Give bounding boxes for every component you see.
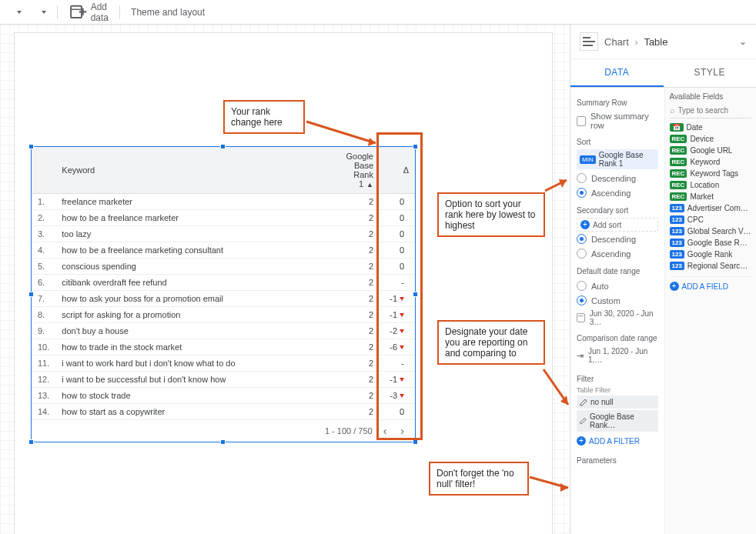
config-column: Summary Row Show summary row Sort MIN Go…: [570, 88, 664, 534]
cell-rank: 2: [332, 242, 380, 259]
field-label: Google Rank: [687, 250, 751, 259]
field-type-badge: 📅: [670, 123, 684, 132]
next-page-button[interactable]: ›: [397, 425, 407, 437]
row-index: 10.: [32, 339, 55, 355]
resize-handle[interactable]: [220, 144, 226, 149]
shape-tool-button[interactable]: [31, 8, 52, 17]
field-label: Location: [690, 181, 751, 189]
filter-no-null[interactable]: no null: [577, 395, 658, 409]
available-field-item[interactable]: 123Google Base Rank 1: [670, 237, 752, 249]
annotation-sort-option: Option to sort your rank here by lowest …: [437, 192, 545, 237]
compare-date-picker[interactable]: ⇥Jun 1, 2020 - Jun 1,…: [577, 345, 658, 365]
available-field-item[interactable]: RECLocation: [670, 179, 752, 191]
available-field-item[interactable]: RECGoogle URL: [670, 145, 752, 156]
table-row[interactable]: 9. don't buy a house 2 -2: [32, 323, 415, 339]
resize-handle[interactable]: [220, 439, 226, 445]
cell-rank: 2: [332, 194, 380, 210]
date-auto-radio[interactable]: Auto: [577, 279, 658, 293]
add-sort-button[interactable]: +Add sort: [577, 218, 658, 232]
available-field-item[interactable]: RECKeyword Tags: [670, 168, 752, 179]
search-icon: ⌕: [670, 105, 675, 115]
cell-keyword: how to stock trade: [55, 388, 332, 404]
field-search-input[interactable]: [678, 106, 752, 115]
sort-descending-radio[interactable]: Descending: [577, 171, 658, 185]
field-label: Market: [690, 192, 751, 201]
available-field-item[interactable]: 123Regional Search Volu…: [670, 260, 752, 272]
checkbox-icon: [577, 116, 586, 126]
table-row[interactable]: 4. how to be a freelance marketing consu…: [32, 242, 415, 259]
section-sort: Sort: [577, 138, 658, 146]
add-data-button[interactable]: Add data: [62, 0, 115, 26]
tab-style[interactable]: STYLE: [664, 59, 757, 87]
toolbar-separator: [57, 5, 58, 19]
resize-handle[interactable]: [28, 439, 34, 445]
table-row[interactable]: 1. freelance marketer 2 0: [32, 194, 415, 210]
available-field-item[interactable]: 123Google Rank: [670, 249, 752, 260]
chart-type-icon[interactable]: [580, 32, 598, 51]
data-table: Keyword Google Base Rank 1▲ Δ 1. freelan…: [32, 147, 415, 420]
chevron-down-icon[interactable]: ⌄: [739, 36, 747, 47]
col-index-header[interactable]: [32, 147, 55, 194]
available-fields-title: Available Fields: [670, 92, 752, 101]
canvas-area[interactable]: Keyword Google Base Rank 1▲ Δ 1. freelan…: [0, 25, 570, 534]
row-index: 4.: [32, 242, 55, 259]
calendar-icon: [577, 313, 585, 322]
table-row[interactable]: 13. how to stock trade 2 -3: [32, 388, 415, 404]
col-keyword-header[interactable]: Keyword: [55, 147, 332, 194]
cell-delta: -2: [380, 323, 415, 339]
table-row[interactable]: 11. i want to work hard but i don't know…: [32, 355, 415, 372]
available-field-item[interactable]: 123Global Search Volume: [670, 225, 752, 237]
breadcrumb-chart[interactable]: Chart: [604, 36, 629, 48]
resize-handle[interactable]: [28, 144, 34, 149]
tab-data[interactable]: DATA: [570, 59, 664, 87]
row-index: 5.: [32, 259, 55, 275]
date-range-picker[interactable]: Jun 30, 2020 - Jun 3…: [577, 308, 658, 328]
table-row[interactable]: 7. how to ask your boss for a promotion …: [32, 291, 415, 307]
table-row[interactable]: 3. too lazy 2 0: [32, 226, 415, 242]
field-type-badge: 123: [670, 250, 684, 259]
add-field-button[interactable]: +ADD A FIELD: [670, 276, 752, 291]
available-field-item[interactable]: 📅Date: [670, 122, 752, 133]
available-field-item[interactable]: 123CPC: [670, 214, 752, 225]
table-row[interactable]: 5. conscious spending 2 0: [32, 259, 415, 275]
cell-keyword: i want to work hard but i don't know wha…: [55, 355, 332, 372]
table-row[interactable]: 8. script for asking for a promotion 2 -…: [32, 307, 415, 323]
sort-metric-chip[interactable]: MIN Google Base Rank 1: [577, 149, 658, 169]
line-tool-button[interactable]: [6, 8, 28, 17]
table-row[interactable]: 2. how to be a freelance marketer 2 0: [32, 210, 415, 226]
table-chart[interactable]: Keyword Google Base Rank 1▲ Δ 1. freelan…: [31, 146, 416, 442]
add-filter-button[interactable]: +ADD A FILTER: [577, 433, 658, 449]
resize-handle[interactable]: [28, 292, 34, 297]
field-label: Keyword Tags: [690, 169, 751, 178]
resize-handle[interactable]: [413, 292, 418, 297]
filter-google-base-rank[interactable]: Google Base Rank…: [577, 410, 658, 432]
cell-rank: 2: [332, 339, 380, 355]
cell-rank: 2: [332, 226, 380, 242]
date-custom-radio[interactable]: Custom: [577, 293, 658, 308]
secondary-ascending-radio[interactable]: Ascending: [577, 246, 658, 261]
show-summary-row-checkbox[interactable]: Show summary row: [577, 110, 658, 132]
col-rank-header[interactable]: Google Base Rank 1▲: [332, 147, 380, 194]
table-footer: 1 - 100 / 750 ‹ ›: [32, 420, 415, 442]
available-field-item[interactable]: RECMarket: [670, 191, 752, 202]
table-row[interactable]: 14. how to start as a copywriter 2 0: [32, 404, 415, 420]
table-row[interactable]: 12. i want to be successful but i don't …: [32, 372, 415, 388]
cell-delta: 0: [380, 194, 415, 210]
svg-marker-12: [560, 395, 568, 405]
available-field-item[interactable]: RECDevice: [670, 133, 752, 145]
table-row[interactable]: 6. citibank overdraft fee refund 2 -: [32, 275, 415, 291]
secondary-descending-radio[interactable]: Descending: [577, 232, 658, 246]
available-field-item[interactable]: 123Advertiser Competition: [670, 202, 752, 214]
sort-ascending-radio[interactable]: Ascending: [577, 185, 658, 200]
resize-handle[interactable]: [413, 439, 418, 445]
theme-layout-button[interactable]: Theme and layout: [125, 4, 211, 21]
prev-page-button[interactable]: ‹: [380, 425, 390, 437]
svg-marker-10: [559, 179, 567, 188]
resize-handle[interactable]: [413, 144, 418, 149]
field-search[interactable]: ⌕: [670, 104, 752, 118]
row-index: 14.: [32, 404, 55, 420]
table-row[interactable]: 10. how to trade in the stock market 2 -…: [32, 339, 415, 355]
available-field-item[interactable]: RECKeyword: [670, 156, 752, 168]
row-index: 3.: [32, 226, 55, 242]
col-delta-header[interactable]: Δ: [380, 147, 415, 194]
